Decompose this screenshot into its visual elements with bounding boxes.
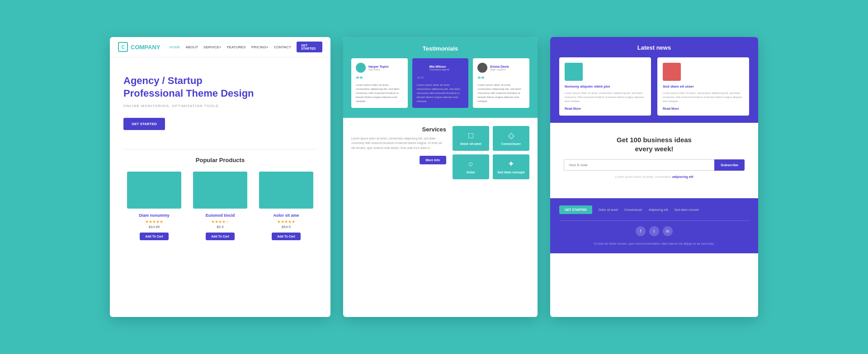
social-facebook[interactable]: f — [636, 226, 646, 236]
nav-pricing[interactable]: PRICING+ — [251, 45, 269, 49]
products-title: Popular Products — [110, 157, 330, 163]
product-3: Aolor sit ame ★★★★★ $54.5 Add To Cart — [257, 172, 316, 240]
products-grid: Diam nonummy ★★★★★ $10.99 Add To Cart Eu… — [110, 172, 330, 240]
newsletter-subscribe-btn[interactable]: Subscribe — [714, 159, 745, 171]
card1-divider — [123, 149, 317, 149]
hero-cta[interactable]: GET STARTED — [123, 118, 165, 130]
news-card-1-read-more[interactable]: Read More — [565, 107, 646, 110]
nav-about[interactable]: ABOUT — [185, 45, 198, 49]
nav-home[interactable]: HOME — [169, 45, 180, 49]
services-left: Services Lorem ipsum dolor sit amet, con… — [351, 126, 446, 179]
avatar-2-name: Mia Wilson — [429, 65, 449, 68]
avatar-1-image — [356, 63, 366, 73]
news-cards: Nomony aliquim nibht pioi Lorem ipsum do… — [559, 57, 749, 116]
product-1-image — [127, 172, 181, 209]
footer-copy: Ut enim ad minim veniam, quis nostrud ex… — [559, 242, 749, 246]
product-1: Diam nonummy ★★★★★ $10.99 Add To Cart — [125, 172, 184, 240]
card3-footer: GET STARTED Dolor sit amet Consectuuer A… — [550, 198, 758, 253]
news-card-2-title: Sed diam eit utser — [663, 84, 744, 88]
quote-icon-3: ❝❝ — [477, 75, 525, 82]
quote-icon-2: ❝❝ — [417, 75, 464, 82]
footer-divider — [559, 220, 749, 221]
news-card-1-text: Lorem ipsum dolor sit amet, consectetur … — [565, 91, 646, 103]
testimonial-3-text: Lorem ipsum dolor sit amet, consectetur … — [477, 83, 525, 103]
footer-cta-btn[interactable]: GET STARTED — [559, 205, 592, 214]
card1-nav-links: HOME ABOUT SERVICE+ FEATURES PRICING+ CO… — [169, 42, 322, 52]
avatar-2-image — [417, 63, 427, 73]
newsletter-form: Subscribe — [564, 159, 745, 171]
news-card-1: Nomony aliquim nibht pioi Lorem ipsum do… — [559, 57, 651, 116]
avatar-3-sub: Nigh cupition — [490, 68, 509, 71]
services-grid: □ Dolor sit amet ◇ Consectuuer ○ Dolor ✦… — [453, 126, 529, 179]
newsletter-title: Get 100 business ideas every week! — [617, 135, 692, 153]
logo-icon: C — [118, 42, 128, 52]
service-icon-4: ✦ — [508, 160, 514, 168]
product-2-stars: ★★★★☆ — [211, 219, 229, 224]
testimonial-2-avatar: Mia Wilson Consetua taporit — [417, 63, 464, 73]
product-2-add-btn[interactable]: Add To Cart — [206, 233, 235, 240]
news-card-2-text: Lorem ipsum dolor sit amet, consectetur … — [663, 91, 744, 103]
service-label-4: Sed diam nonuqm — [497, 171, 525, 174]
card-latest-news: Latest news Nomony aliquim nibht pioi Lo… — [550, 37, 758, 317]
newsletter-sub-highlight: adipiscing elit — [672, 175, 693, 178]
footer-link-1[interactable]: Dolor sit amet — [599, 208, 618, 211]
footer-link-2[interactable]: Consectuuer — [624, 208, 642, 211]
testimonial-1-text: Lorem ipsum dolor sit amet, consectetur … — [356, 83, 403, 103]
services-more-btn[interactable]: More Info — [420, 156, 447, 164]
avatar-2-info: Mia Wilson Consetua taporit — [429, 65, 449, 71]
social-twitter[interactable]: t — [649, 226, 659, 236]
testimonials-section: Testimonials Harper Taylor Sed Diam ❝❝ L… — [343, 37, 538, 118]
service-icon-1: □ — [468, 131, 473, 140]
avatar-3-name: Emma Davis — [490, 65, 509, 68]
avatar-1-info: Harper Taylor Sed Diam — [368, 65, 389, 71]
news-thumb-2 — [663, 63, 681, 81]
product-1-stars: ★★★★★ — [145, 219, 163, 224]
footer-link-3[interactable]: Adipiscing elit — [649, 208, 668, 211]
news-card-2-read-more[interactable]: Read More — [663, 107, 744, 110]
product-2-image — [193, 172, 247, 209]
news-header: Latest news Nomony aliquim nibht pioi Lo… — [550, 37, 758, 123]
testimonial-1-avatar: Harper Taylor Sed Diam — [356, 63, 403, 73]
service-cell-2: ◇ Consectuuer — [493, 126, 529, 151]
footer-links: Dolor sit amet Consectuuer Adipiscing el… — [599, 208, 749, 211]
footer-cta-row: GET STARTED Dolor sit amet Consectuuer A… — [559, 205, 749, 214]
product-3-image — [259, 172, 313, 209]
testimonials-cards: Harper Taylor Sed Diam ❝❝ Lorem ipsum do… — [351, 58, 529, 108]
avatar-1-name: Harper Taylor — [368, 65, 389, 68]
avatar-1-sub: Sed Diam — [368, 68, 389, 71]
testimonial-2: Mia Wilson Consetua taporit ❝❝ Lorem ips… — [412, 58, 469, 108]
service-icon-2: ◇ — [508, 131, 514, 140]
product-3-stars: ★★★★★ — [277, 219, 295, 224]
product-1-name: Diam nonummy — [139, 213, 170, 218]
nav-service[interactable]: SERVICE+ — [203, 45, 222, 49]
testimonial-1: Harper Taylor Sed Diam ❝❝ Lorem ipsum do… — [351, 58, 408, 108]
product-1-price: $10.99 — [149, 225, 160, 229]
social-linkedin[interactable]: in — [663, 226, 673, 236]
product-1-add-btn[interactable]: Add To Cart — [140, 233, 169, 240]
footer-social: f t in — [559, 226, 749, 236]
product-3-add-btn[interactable]: Add To Cart — [272, 233, 301, 240]
testimonials-title: Testimonials — [351, 45, 529, 52]
product-2: Euismod tincid ★★★★☆ $2.5 Add To Cart — [191, 172, 250, 240]
nav-contact[interactable]: CONTACT — [274, 45, 291, 49]
services-section: Services Lorem ipsum dolor sit amet, con… — [343, 118, 538, 187]
product-3-price: $54.5 — [282, 225, 291, 229]
newsletter-email-input[interactable] — [564, 159, 714, 171]
newsletter-sub-text: Lorem ipsum dolor sit amet, consectetur … — [615, 175, 693, 178]
avatar-3-info: Emma Davis Nigh cupition — [490, 65, 509, 71]
testimonial-3: Emma Davis Nigh cupition ❝❝ Lorem ipsum … — [473, 58, 529, 108]
service-label-1: Dolor sit amet — [460, 142, 481, 145]
nav-get-started[interactable]: GET STARTED — [297, 42, 322, 52]
product-3-name: Aolor sit ame — [273, 213, 299, 218]
service-label-3: Dolor — [467, 171, 475, 174]
hero-title: Agency / Startup Professional Theme Desi… — [123, 75, 317, 99]
nav-features[interactable]: FEATURES — [227, 45, 246, 49]
service-label-2: Consectuuer — [501, 142, 521, 145]
testimonial-2-text: Lorem ipsum dolor sit amet, consectetur … — [417, 83, 464, 103]
product-2-name: Euismod tincid — [206, 213, 235, 218]
footer-link-4[interactable]: Sed diam nonuim — [675, 208, 699, 211]
services-text: Lorem ipsum dolor sit amet, consectetur … — [351, 136, 446, 150]
service-cell-4: ✦ Sed diam nonuqm — [493, 154, 529, 179]
news-card-2: Sed diam eit utser Lorem ipsum dolor sit… — [657, 57, 749, 116]
service-icon-3: ○ — [468, 160, 473, 168]
